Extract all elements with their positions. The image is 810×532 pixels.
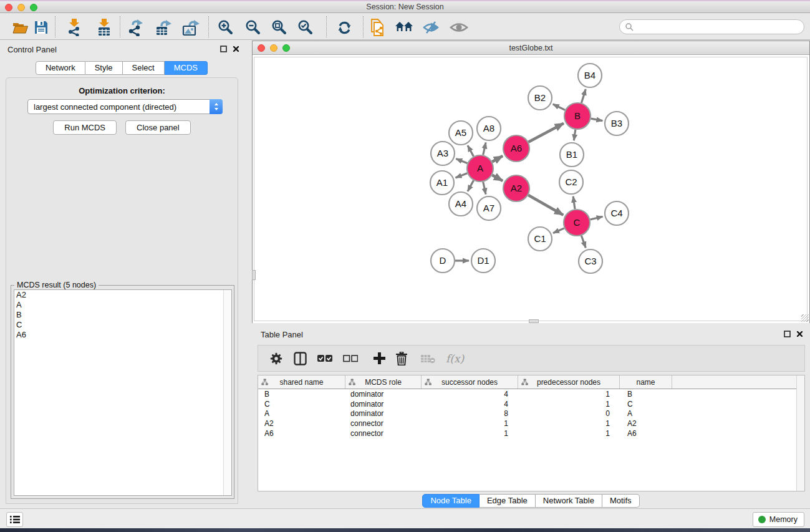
import-network-button[interactable] bbox=[65, 18, 84, 37]
table-row[interactable]: A2connector11A2 bbox=[258, 418, 804, 428]
criterion-dropdown[interactable]: largest connected component (directed) bbox=[27, 99, 223, 114]
graph-edge-A-A5[interactable] bbox=[468, 145, 474, 156]
tab-edge-table[interactable]: Edge Table bbox=[480, 494, 536, 508]
search-input[interactable] bbox=[636, 22, 804, 31]
table-row[interactable]: Cdominator41C bbox=[258, 399, 804, 409]
dropdown-stepper bbox=[210, 99, 223, 114]
add-column-icon[interactable] bbox=[374, 352, 385, 364]
tab-network[interactable]: Network bbox=[36, 61, 85, 75]
column-header-mcds-role[interactable]: MCDS role bbox=[345, 375, 422, 389]
tab-network-table[interactable]: Network Table bbox=[536, 494, 602, 508]
show-columns-icon[interactable] bbox=[294, 352, 307, 365]
export-image-button[interactable] bbox=[181, 18, 200, 37]
graph-edge-C-C1[interactable] bbox=[553, 228, 564, 233]
graph-node-label-C1: C1 bbox=[534, 233, 546, 244]
table-cell: dominator bbox=[345, 390, 422, 399]
refresh-view-button[interactable] bbox=[335, 18, 354, 37]
graph-edge-A-A7[interactable] bbox=[483, 181, 486, 194]
network-canvas[interactable]: B4B2BB3A8A5A6A3B1AA1C2A2A4A7C4CC1C3DD1 bbox=[253, 56, 809, 323]
graph-edge-C-C4[interactable] bbox=[590, 216, 602, 220]
mcds-result-item[interactable]: C bbox=[14, 320, 231, 330]
network-zoom-light[interactable] bbox=[282, 44, 290, 52]
table-row[interactable]: Adominator80A bbox=[258, 409, 804, 418]
optimization-criterion-label: Optimization criterion: bbox=[6, 86, 238, 95]
result-list-scrollbar[interactable] bbox=[223, 290, 231, 495]
graph-edge-C-C2[interactable] bbox=[573, 196, 575, 209]
zoom-in-button[interactable] bbox=[216, 18, 235, 37]
left-pane-grip[interactable] bbox=[252, 270, 256, 280]
deselect-all-columns-icon[interactable] bbox=[343, 355, 358, 362]
open-session-button[interactable] bbox=[11, 18, 29, 37]
float-panel-icon[interactable] bbox=[220, 46, 227, 52]
close-panel-icon[interactable] bbox=[233, 46, 239, 52]
tab-style[interactable]: Style bbox=[85, 61, 123, 75]
table-scrollbar[interactable] bbox=[796, 375, 804, 491]
import-table-button[interactable] bbox=[95, 18, 113, 37]
graph-edge-A-A6[interactable] bbox=[492, 156, 503, 162]
network-minimize-light[interactable] bbox=[270, 44, 277, 52]
close-table-panel-icon[interactable] bbox=[796, 331, 803, 337]
search-field[interactable] bbox=[619, 19, 804, 34]
graph-edge-A2-C[interactable] bbox=[528, 195, 563, 215]
graph-edge-A-A3[interactable] bbox=[456, 159, 467, 163]
zoom-out-button[interactable] bbox=[244, 18, 263, 37]
export-network-button[interactable] bbox=[127, 18, 145, 37]
bottom-pane-grip[interactable] bbox=[529, 319, 539, 323]
graph-edge-B-B4[interactable] bbox=[581, 89, 586, 103]
new-network-from-selection-button[interactable] bbox=[368, 18, 387, 37]
memory-button[interactable]: Memory bbox=[753, 512, 804, 527]
graph-edge-B-B1[interactable] bbox=[574, 130, 576, 140]
graph-edge-A-A2[interactable] bbox=[492, 175, 503, 181]
save-session-button[interactable] bbox=[32, 18, 51, 37]
close-panel-button[interactable]: Close panel bbox=[125, 120, 191, 135]
column-header-name[interactable]: name bbox=[620, 375, 672, 389]
table-cell: dominator bbox=[345, 409, 422, 418]
minimize-window-light[interactable] bbox=[17, 4, 25, 11]
graph-edge-A-A4[interactable] bbox=[468, 180, 474, 191]
zoom-selected-icon bbox=[297, 19, 314, 36]
mcds-result-item[interactable]: A6 bbox=[14, 330, 231, 340]
mcds-result-item[interactable]: B bbox=[14, 310, 231, 320]
graph-edge-B-B3[interactable] bbox=[591, 118, 603, 121]
graph-edge-B-B2[interactable] bbox=[553, 104, 565, 110]
zoom-window-light[interactable] bbox=[30, 4, 37, 11]
column-header-shared-name[interactable]: shared name bbox=[258, 375, 345, 389]
tab-node-table[interactable]: Node Table bbox=[422, 494, 480, 508]
graph-edge-A6-B[interactable] bbox=[528, 123, 563, 142]
graph-edge-A-A8[interactable] bbox=[483, 142, 486, 155]
tab-motifs[interactable]: Motifs bbox=[602, 494, 640, 508]
table-options-gear-icon[interactable] bbox=[269, 352, 283, 365]
show-hide-graphics-details-button[interactable] bbox=[422, 18, 440, 37]
mcds-result-item[interactable]: A2 bbox=[14, 290, 231, 300]
column-header-successor-nodes[interactable]: successor nodes bbox=[422, 375, 518, 389]
mcds-result-list[interactable]: A2ABCA6 bbox=[14, 289, 232, 496]
close-window-light[interactable] bbox=[5, 4, 12, 11]
save-floppy-icon bbox=[34, 20, 49, 35]
attribute-type-icon bbox=[425, 379, 432, 385]
mcds-result-item[interactable]: A bbox=[14, 300, 231, 310]
delete-column-trash-icon[interactable] bbox=[396, 352, 407, 365]
window-titlebar[interactable]: Session: New Session bbox=[0, 1, 810, 13]
show-hide-panels-button[interactable] bbox=[395, 18, 413, 37]
export-table-button[interactable] bbox=[154, 18, 173, 37]
show-hide-birds-eye-button[interactable] bbox=[450, 18, 468, 37]
table-panel: Table Panel f(x) shared name MCDS role s… bbox=[252, 326, 810, 508]
table-toolbar: f(x) bbox=[258, 345, 805, 372]
graph-edge-C-C3[interactable] bbox=[581, 236, 586, 248]
network-view-titlebar[interactable]: testGlobe.txt bbox=[253, 41, 809, 55]
column-header-predecessor-nodes[interactable]: predecessor nodes bbox=[518, 375, 620, 389]
graph-edge-A-A1[interactable] bbox=[456, 173, 468, 178]
task-history-button[interactable] bbox=[6, 512, 23, 527]
tab-mcds[interactable]: MCDS bbox=[165, 61, 208, 75]
zoom-selected-button[interactable] bbox=[296, 18, 315, 37]
resize-corner-handle[interactable] bbox=[801, 314, 809, 322]
run-mcds-button[interactable]: Run MCDS bbox=[53, 120, 117, 135]
table-row[interactable]: A6connector11A6 bbox=[258, 428, 804, 438]
network-close-light[interactable] bbox=[258, 44, 265, 52]
tab-select[interactable]: Select bbox=[123, 61, 165, 75]
select-all-columns-icon[interactable] bbox=[317, 355, 332, 362]
graph-node-label-A1: A1 bbox=[436, 177, 448, 188]
zoom-fit-button[interactable] bbox=[270, 18, 289, 37]
table-row[interactable]: Bdominator41B bbox=[258, 389, 804, 399]
float-table-panel-icon[interactable] bbox=[784, 331, 791, 337]
